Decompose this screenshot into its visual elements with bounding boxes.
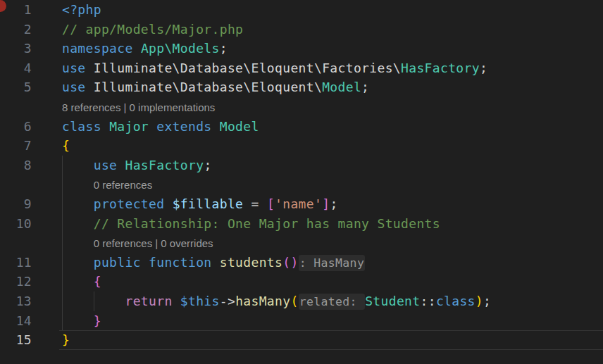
code-token: // app/Models/Major.php	[62, 22, 243, 37]
code-token: ::	[421, 294, 436, 308]
indent-guide	[62, 253, 63, 272]
code-line[interactable]: }	[59, 311, 603, 331]
line-number[interactable]: 13	[0, 291, 32, 311]
code-line[interactable]: use Illuminate\Database\Eloquent\Factori…	[59, 58, 603, 78]
code-token: ->	[220, 294, 235, 308]
line-number[interactable]: 2	[0, 20, 32, 39]
code-token: students	[220, 255, 283, 270]
codelens-link[interactable]: 8 references | 0 implementations	[62, 101, 215, 113]
line-number[interactable]: 15	[0, 330, 32, 350]
gutter-spacer	[0, 97, 32, 117]
code-row: 4use Illuminate\Database\Eloquent\Factor…	[0, 58, 603, 78]
code-row: 14 }	[0, 311, 603, 331]
code-row: 3namespace App\Models;	[0, 39, 603, 58]
code-token: return	[125, 294, 173, 308]
code-token: ;	[483, 294, 491, 308]
code-line[interactable]: // Relationship: One Major has many Stud…	[59, 214, 603, 234]
code-token: Model	[220, 119, 259, 134]
code-token: use	[62, 80, 86, 94]
code-token: namespace	[62, 41, 133, 56]
code-token: ]	[322, 196, 330, 211]
code-row: 9 protected $fillable = ['name'];	[0, 194, 603, 214]
code-line[interactable]: return $this->hasMany(related: Student::…	[59, 291, 603, 311]
code-line[interactable]: use Illuminate\Database\Eloquent\Model;	[59, 77, 603, 97]
codelens-link[interactable]: 0 references	[62, 179, 152, 191]
line-number[interactable]: 12	[0, 272, 32, 291]
code-line[interactable]: {	[59, 272, 603, 291]
code-row: 7{	[0, 136, 603, 156]
gutter-spacer	[0, 175, 32, 194]
line-number[interactable]: 14	[0, 311, 32, 331]
code-token	[62, 158, 94, 172]
code-token: Student	[365, 294, 420, 308]
code-token	[141, 255, 149, 270]
code-token: ;	[361, 80, 369, 94]
code-row: 1<?php	[0, 0, 603, 20]
code-token	[62, 313, 94, 328]
line-number[interactable]: 9	[0, 194, 32, 214]
indent-guide	[62, 194, 63, 214]
code-line[interactable]: class Major extends Model	[59, 117, 603, 137]
code-token: Illuminate\Database\Eloquent\Factories\	[86, 61, 401, 75]
code-row: 12 {	[0, 272, 603, 291]
code-token: $this	[180, 294, 220, 308]
indent-guide	[62, 156, 63, 175]
code-line[interactable]: public function students(): HasMany	[59, 253, 603, 272]
line-number[interactable]: 4	[0, 58, 32, 78]
code-editor[interactable]: 1<?php2// app/Models/Major.php3namespace…	[0, 0, 603, 364]
code-rows: 1<?php2// app/Models/Major.php3namespace…	[0, 0, 603, 350]
code-token: [	[267, 196, 275, 211]
code-token: (	[290, 294, 298, 308]
indent-guide	[62, 175, 63, 194]
codelens-link[interactable]: 0 references | 0 overrides	[62, 237, 213, 249]
line-number[interactable]: 6	[0, 117, 32, 137]
codelens-cell[interactable]: 0 references | 0 overrides	[59, 233, 603, 253]
code-token: protected	[94, 196, 165, 211]
code-token: )	[475, 294, 483, 308]
inlay-hint: : HasMany	[299, 255, 366, 271]
code-line[interactable]: {	[59, 136, 603, 156]
inlay-hint: related:	[299, 294, 366, 310]
line-number[interactable]: 10	[0, 214, 32, 234]
code-token	[117, 158, 125, 172]
code-token: }	[62, 332, 70, 347]
code-token: Major	[109, 119, 149, 134]
code-token: use	[62, 61, 86, 75]
line-number[interactable]: 7	[0, 136, 32, 156]
line-number[interactable]: 8	[0, 156, 32, 175]
code-line[interactable]: use HasFactory;	[59, 156, 603, 175]
code-token: <?php	[62, 2, 101, 17]
code-token	[173, 294, 180, 308]
codelens-row: 0 references | 0 overrides	[0, 233, 603, 253]
line-number[interactable]: 11	[0, 253, 32, 272]
indent-guide	[94, 291, 94, 311]
line-number[interactable]: 5	[0, 77, 32, 97]
code-row: 11 public function students(): HasMany	[0, 253, 603, 272]
codelens-row: 8 references | 0 implementations	[0, 97, 603, 117]
code-row: 8 use HasFactory;	[0, 156, 603, 175]
code-token: Model	[322, 80, 361, 94]
code-line[interactable]: }	[59, 330, 603, 350]
code-row: 2// app/Models/Major.php	[0, 20, 603, 39]
code-row: 15}	[0, 330, 603, 350]
code-token: use	[94, 158, 118, 172]
code-token: HasFactory	[125, 158, 204, 172]
code-line[interactable]: protected $fillable = ['name'];	[59, 194, 603, 214]
indent-guide	[62, 272, 63, 291]
code-token	[149, 119, 156, 134]
code-line[interactable]: <?php	[59, 0, 603, 20]
code-token: {	[62, 138, 70, 153]
codelens-cell[interactable]: 0 references	[59, 175, 603, 194]
gutter-spacer	[0, 233, 32, 253]
code-token: extends	[156, 119, 211, 134]
code-token: hasMany	[235, 294, 290, 308]
codelens-cell[interactable]: 8 references | 0 implementations	[59, 97, 603, 117]
line-number[interactable]: 3	[0, 39, 32, 58]
code-line[interactable]: namespace App\Models;	[59, 39, 603, 58]
code-row: 6class Major extends Model	[0, 117, 603, 137]
code-line[interactable]: // app/Models/Major.php	[59, 20, 603, 39]
code-token: class	[436, 294, 475, 308]
code-token: ;	[330, 196, 337, 211]
code-token: ;	[220, 41, 228, 56]
code-token: {	[94, 274, 101, 289]
